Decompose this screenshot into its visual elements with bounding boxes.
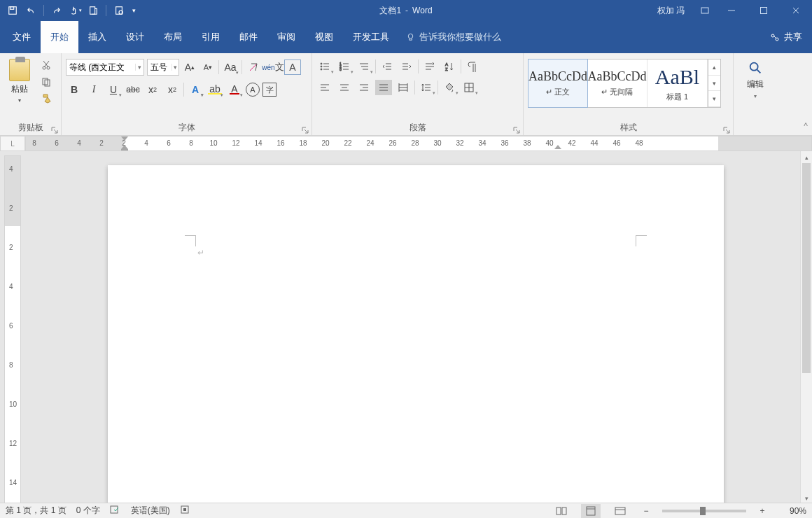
share-button[interactable]: 共享	[760, 21, 812, 53]
print-layout-button[interactable]	[581, 504, 601, 518]
undo-icon[interactable]	[22, 2, 39, 19]
minimize-button[interactable]	[715, 0, 748, 21]
chevron-down-icon[interactable]: ▾	[135, 64, 144, 71]
tab-design[interactable]: 设计	[116, 21, 154, 53]
tab-review[interactable]: 审阅	[267, 21, 305, 53]
style-heading1[interactable]: AaBl 标题 1	[648, 59, 708, 107]
styles-launcher-icon[interactable]	[722, 125, 731, 133]
highlight-button[interactable]: ab▾	[206, 81, 223, 98]
page-status[interactable]: 第 1 页，共 1 页	[6, 505, 66, 517]
redo-icon[interactable]	[48, 2, 65, 19]
char-shading-button[interactable]: A	[246, 83, 260, 97]
change-case-button[interactable]: Aa▾	[222, 59, 239, 76]
style-normal[interactable]: AaBbCcDd ↵ 正文	[528, 59, 588, 108]
ltr-button[interactable]	[421, 59, 438, 74]
copy-icon[interactable]	[39, 76, 53, 88]
new-doc-icon[interactable]	[85, 2, 102, 19]
spellcheck-icon[interactable]	[110, 505, 121, 517]
right-indent-icon[interactable]	[554, 145, 561, 151]
document-viewport[interactable]: ↵	[25, 151, 812, 504]
zoom-in-button[interactable]: +	[756, 506, 769, 516]
word-count[interactable]: 0 个字	[76, 505, 100, 517]
font-name-input[interactable]	[66, 59, 135, 75]
font-name-combo[interactable]: ▾	[66, 59, 144, 76]
subscript-button[interactable]: x2	[144, 81, 161, 98]
touch-mode-icon[interactable]: ▾	[66, 2, 83, 19]
tab-mailings[interactable]: 邮件	[230, 21, 267, 53]
tab-view[interactable]: 视图	[305, 21, 343, 53]
vertical-scrollbar[interactable]: ▴ ▾	[800, 151, 812, 504]
align-right-button[interactable]	[356, 80, 372, 95]
cut-icon[interactable]	[39, 59, 53, 71]
style-no-spacing[interactable]: AaBbCcDd ↵ 无间隔	[587, 59, 648, 107]
scroll-thumb[interactable]	[802, 163, 811, 373]
tab-developer[interactable]: 开发工具	[343, 21, 399, 53]
shrink-font-button[interactable]: A▾	[200, 59, 216, 76]
zoom-slider[interactable]	[662, 510, 746, 512]
macro-record-icon[interactable]	[180, 505, 190, 517]
show-marks-button[interactable]	[464, 59, 481, 74]
paragraph-launcher-icon[interactable]	[512, 125, 521, 133]
maximize-button[interactable]	[748, 0, 780, 21]
tab-references[interactable]: 引用	[192, 21, 230, 53]
ribbon-display-icon[interactable]	[694, 6, 715, 15]
read-mode-button[interactable]	[552, 504, 571, 518]
chevron-down-icon[interactable]: ▾	[172, 64, 178, 71]
find-button[interactable]: 编辑 ▾	[738, 56, 773, 99]
save-icon[interactable]	[4, 2, 21, 19]
page[interactable]: ↵	[108, 165, 724, 504]
distributed-button[interactable]	[395, 80, 412, 95]
enclose-char-button[interactable]: 字	[262, 83, 276, 97]
close-button[interactable]	[780, 0, 812, 21]
italic-button[interactable]: I	[85, 81, 102, 98]
language-status[interactable]: 英语(美国)	[131, 505, 170, 517]
align-left-button[interactable]	[316, 80, 333, 95]
format-painter-icon[interactable]	[39, 92, 53, 105]
tell-me-search[interactable]: 告诉我你想要做什么	[406, 31, 501, 43]
font-size-input[interactable]	[148, 59, 172, 75]
qat-customize-icon[interactable]: ▾	[129, 2, 139, 19]
font-launcher-icon[interactable]	[301, 125, 309, 133]
grow-font-button[interactable]: A▴	[182, 59, 197, 76]
multilevel-list-button[interactable]: ▾	[356, 59, 372, 74]
borders-button[interactable]: ▾	[461, 80, 477, 95]
font-size-combo[interactable]: ▾	[147, 59, 179, 76]
first-line-indent-icon[interactable]	[121, 136, 128, 144]
horizontal-ruler[interactable]: 8642246810121416182022242628303234363840…	[25, 136, 812, 151]
shading-button[interactable]: ▾	[441, 80, 458, 95]
hanging-indent-icon[interactable]	[121, 145, 128, 151]
gallery-up-icon[interactable]: ▴	[708, 59, 720, 76]
tab-file[interactable]: 文件	[3, 21, 41, 53]
web-layout-button[interactable]	[610, 504, 630, 518]
collapse-ribbon-icon[interactable]: ^	[804, 121, 808, 131]
clipboard-launcher-icon[interactable]	[50, 125, 59, 133]
gallery-more-icon[interactable]: ▾	[708, 91, 720, 107]
text-effects-button[interactable]: A▾	[187, 81, 204, 98]
char-border-button[interactable]: A	[284, 59, 301, 75]
vertical-ruler[interactable]: 422468101214	[4, 155, 21, 504]
align-center-button[interactable]	[336, 80, 353, 95]
tab-selector[interactable]: L	[0, 136, 25, 151]
decrease-indent-button[interactable]	[379, 59, 396, 74]
user-name[interactable]: 权加 冯	[648, 5, 694, 17]
gallery-down-icon[interactable]: ▾	[708, 76, 720, 92]
tab-insert[interactable]: 插入	[78, 21, 116, 53]
tab-home[interactable]: 开始	[41, 21, 78, 53]
increase-indent-button[interactable]	[398, 59, 415, 74]
zoom-thumb[interactable]	[700, 507, 706, 515]
zoom-level[interactable]: 90%	[778, 506, 806, 516]
zoom-out-button[interactable]: −	[640, 506, 652, 516]
numbering-button[interactable]: 123▾	[336, 59, 353, 74]
strikethrough-button[interactable]: abc	[125, 81, 141, 98]
clear-format-button[interactable]	[245, 59, 262, 76]
bold-button[interactable]: B	[66, 81, 83, 98]
superscript-button[interactable]: x2	[164, 81, 181, 98]
bullets-button[interactable]: ▾	[316, 59, 333, 74]
font-color-button[interactable]: A▾	[226, 81, 243, 98]
phonetic-guide-button[interactable]: wén文	[265, 59, 281, 76]
paste-button[interactable]: 粘贴 ▾	[4, 56, 35, 104]
underline-button[interactable]: U▾	[105, 81, 122, 98]
justify-button[interactable]	[375, 80, 392, 95]
scroll-up-icon[interactable]: ▴	[801, 151, 812, 163]
line-spacing-button[interactable]: ▾	[418, 80, 435, 95]
